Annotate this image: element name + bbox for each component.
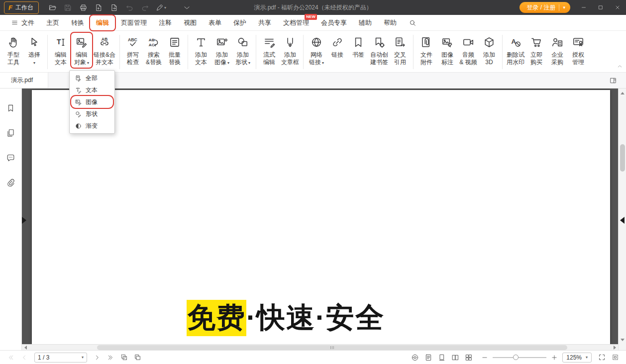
menu-item-member[interactable]: 会员专享 <box>315 15 353 30</box>
sign-button[interactable]: ▾ <box>155 1 167 13</box>
open-file-button[interactable] <box>47 1 59 13</box>
enterprise-purchase-button[interactable]: 企业采购 <box>547 33 568 68</box>
select-button[interactable]: 选择▾ <box>24 33 45 68</box>
expand-left-panel-handle[interactable] <box>22 217 26 224</box>
panel-bookmarks-button[interactable] <box>4 101 17 114</box>
auto-bookmark-button[interactable]: 自动创建书签 <box>369 33 390 68</box>
audio-video-button[interactable]: 音频& 视频 <box>458 33 479 68</box>
expand-right-panel-handle[interactable] <box>620 217 625 224</box>
add-3d-button[interactable]: 添加3D <box>479 33 500 68</box>
scroll-left-button[interactable] <box>22 345 29 350</box>
dropdown-item-gradient[interactable]: 渐变 <box>71 120 113 132</box>
article-box-icon <box>284 36 297 49</box>
scroll-down-button[interactable] <box>619 336 626 343</box>
workspace-button[interactable]: F 工作台 <box>4 1 39 14</box>
collapse-ribbon-button[interactable] <box>617 63 623 70</box>
menu-item-page-manage[interactable]: 页面管理 <box>115 15 153 30</box>
add-shape-button[interactable]: 添加形状▾ <box>232 33 253 68</box>
zoom-level-select[interactable]: 125% ▾ <box>562 353 592 363</box>
dropdown-item-image[interactable]: 图像 <box>71 96 113 108</box>
menu-item-protect[interactable]: 保护 <box>227 15 252 30</box>
add-article-box-button[interactable]: 添加文章框 <box>280 33 301 68</box>
batch-replace-button[interactable]: 批量替换 <box>164 33 185 68</box>
view-mode-button[interactable] <box>409 352 421 363</box>
close-button[interactable] <box>609 0 626 15</box>
horizontal-scrollbar[interactable] <box>22 344 618 350</box>
vertical-scroll-thumb[interactable] <box>620 144 625 172</box>
scroll-right-button[interactable] <box>611 345 618 350</box>
gradient-icon <box>75 122 82 130</box>
remove-trial-watermark-button[interactable]: A删除试用水印 <box>505 33 526 68</box>
save-button[interactable] <box>62 1 74 13</box>
fit-page-button[interactable] <box>609 352 621 363</box>
edit-text-button[interactable]: T编辑文本 <box>50 33 71 68</box>
menu-item-file[interactable]: 文件 <box>5 15 40 30</box>
panel-comments-button[interactable] <box>4 151 17 164</box>
menu-item-convert[interactable]: 转换 <box>65 15 90 30</box>
undo-button[interactable] <box>124 1 136 13</box>
flow-edit-button[interactable]: 流式编辑 <box>259 33 280 68</box>
panel-attachments-button[interactable] <box>4 176 17 189</box>
menu-item-help[interactable]: 帮助 <box>378 15 403 30</box>
vertical-scrollbar[interactable] <box>618 89 626 350</box>
minimize-button[interactable] <box>575 0 592 15</box>
menu-item-edit[interactable]: 编辑 <box>90 15 115 30</box>
next-page-button[interactable] <box>91 352 103 363</box>
menu-item-home[interactable]: 主页 <box>40 15 65 30</box>
add-image-button[interactable]: 添加图像▾ <box>211 33 232 68</box>
zoom-out-button[interactable] <box>479 352 491 363</box>
edit-object-button[interactable]: 编辑对象▾ <box>71 33 92 68</box>
login-register-button[interactable]: 登录 / 注册 ▾ <box>520 2 570 13</box>
add-text-button[interactable]: 添加文本 <box>191 33 211 68</box>
menu-item-view[interactable]: 视图 <box>178 15 203 30</box>
collapse-toolbar-button[interactable] <box>181 1 193 13</box>
single-page-button[interactable] <box>436 352 448 363</box>
file-attachment-button[interactable]: 文件附件 <box>416 33 437 68</box>
menu-item-share[interactable]: 共享 <box>252 15 277 30</box>
thumbnail-grid-button[interactable] <box>463 352 475 363</box>
zoom-slider[interactable] <box>493 353 546 363</box>
facing-pages-button[interactable] <box>449 352 461 363</box>
reading-mode-button[interactable] <box>422 352 434 363</box>
last-page-button[interactable] <box>104 352 116 363</box>
bookmark-button[interactable]: 书签 <box>348 33 369 60</box>
image-annotation-button[interactable]: 图像标注 <box>437 33 458 68</box>
scroll-up-button[interactable] <box>619 90 626 96</box>
link-button[interactable]: 链接 <box>327 33 348 60</box>
menu-item-form[interactable]: 表单 <box>203 15 227 30</box>
print-button[interactable] <box>78 1 90 13</box>
panel-toggle-button[interactable] <box>609 77 617 85</box>
link-merge-text-button[interactable]: AB链接&合并文本 <box>92 33 117 68</box>
menu-item-comment[interactable]: 注释 <box>153 15 178 30</box>
menu-item-assist[interactable]: 辅助 <box>353 15 378 30</box>
clipboard-button[interactable] <box>131 352 143 363</box>
page-arrow-button[interactable] <box>108 1 120 13</box>
zoom-slider-thumb[interactable] <box>513 355 519 360</box>
page-number-input[interactable]: 1 / 3 ▾ <box>34 353 87 363</box>
buy-now-button[interactable]: 立即购买 <box>526 33 547 68</box>
redo-button[interactable] <box>139 1 151 13</box>
hand-tool-button[interactable]: 手型工具 <box>3 33 24 68</box>
spell-check-button[interactable]: ABC拼写检查 <box>122 33 143 68</box>
cross-reference-button[interactable]: 交叉引用 <box>390 33 411 68</box>
horizontal-scroll-thumb[interactable] <box>97 345 567 350</box>
license-manage-button[interactable]: 授权管理 <box>568 33 589 68</box>
search-replace-button[interactable]: ABAC搜索&替换 <box>143 33 164 68</box>
first-page-button[interactable] <box>5 352 17 363</box>
snapshot-button[interactable] <box>118 352 130 363</box>
chevron-down-icon[interactable]: ▾ <box>82 355 84 360</box>
maximize-button[interactable] <box>592 0 609 15</box>
menu-item-doc-manage[interactable]: 文档管理NEW <box>277 15 315 30</box>
prev-page-button[interactable] <box>18 352 30 363</box>
workspace-button-label: 工作台 <box>15 3 33 12</box>
menubar-search-button[interactable] <box>403 16 422 30</box>
dropdown-item-shape[interactable]: 形状 <box>71 108 113 120</box>
page-plus-button[interactable] <box>93 1 105 13</box>
panel-pages-button[interactable] <box>4 126 17 139</box>
document-tab[interactable]: 演示.pdf <box>0 73 48 88</box>
zoom-in-button[interactable] <box>548 352 560 363</box>
dropdown-item-all[interactable]: 全部 <box>71 72 113 84</box>
dropdown-item-text[interactable]: 文本 <box>71 84 113 96</box>
web-link-button[interactable]: 网络链接▾ <box>306 33 327 68</box>
fit-screen-button[interactable] <box>596 352 608 363</box>
